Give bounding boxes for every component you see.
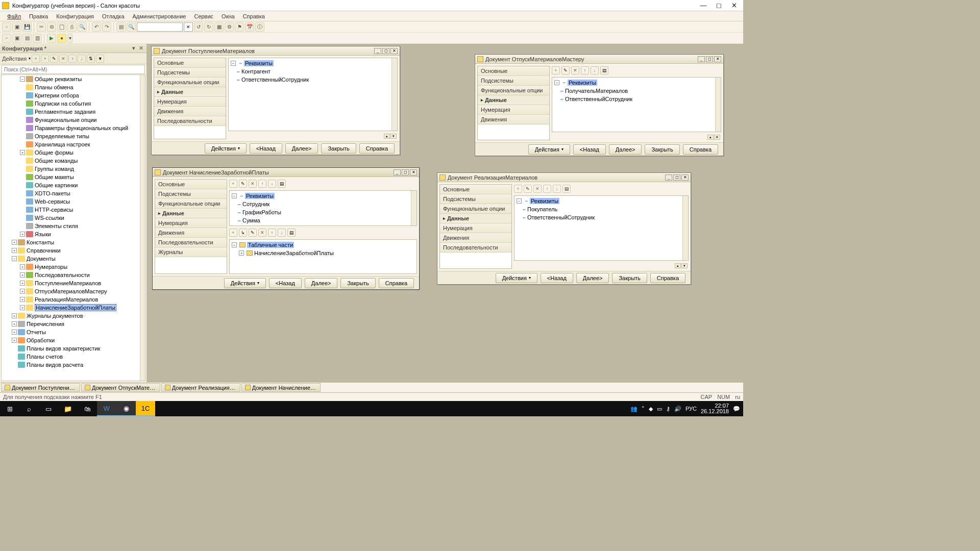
expand-icon[interactable]: +	[20, 305, 25, 310]
config-panel-close-icon[interactable]: ✕	[137, 45, 144, 52]
cat-item[interactable]: Данные	[154, 87, 226, 97]
ca-add2-icon[interactable]: +	[41, 55, 49, 63]
collapse-icon[interactable]: −	[232, 193, 237, 198]
tree-node[interactable]: +Перечисления	[2, 320, 145, 328]
tree-node[interactable]: +ОтпускМатериаловМастеру	[2, 287, 145, 295]
tabparts-tree[interactable]: −Табличные части +НачислениеЗаработнойПл…	[229, 239, 417, 274]
child-min-icon[interactable]: _	[698, 56, 705, 62]
explorer-icon[interactable]: 📁	[58, 401, 78, 416]
rtb2-down-icon[interactable]: ↓	[278, 229, 286, 237]
ca-down-icon[interactable]: ↓	[78, 55, 86, 63]
foot-next-button[interactable]: Далее>	[305, 278, 338, 288]
rtb-up-icon[interactable]: ↑	[543, 185, 551, 193]
foot-help-button[interactable]: Справка	[650, 273, 685, 283]
child-max-icon[interactable]: ◻	[673, 174, 680, 181]
cat-item[interactable]: Функциональные опции	[154, 78, 226, 87]
tree-node[interactable]: Планы обмена	[2, 83, 145, 91]
expand-icon[interactable]: +	[239, 251, 244, 256]
catlist[interactable]: ОсновныеПодсистемыФункциональные опцииДа…	[439, 184, 512, 269]
cat-item[interactable]: Данные	[440, 214, 511, 223]
expand-icon[interactable]: +	[12, 240, 17, 245]
minimize-button[interactable]: —	[699, 2, 707, 10]
child-min-icon[interactable]: _	[394, 169, 401, 176]
child-min-icon[interactable]: _	[374, 48, 381, 54]
attr-tree[interactable]: −━Реквизиты Покупатель ОтветственныйСотр…	[514, 195, 689, 261]
tree-node[interactable]: +Языки	[2, 230, 145, 238]
tree-node[interactable]: +ПоступлениеМатериалов	[2, 279, 145, 287]
tree-node[interactable]: XDTO-пакеты	[2, 189, 145, 197]
tb-cut-icon[interactable]: ✂	[37, 22, 46, 32]
tb2-c-icon[interactable]: ▤	[22, 34, 32, 43]
tree-node[interactable]: WS-ссылки	[2, 214, 145, 222]
scrollbar[interactable]	[715, 78, 721, 132]
foot-close-button[interactable]: Закрыть	[612, 273, 647, 283]
tabpart-item[interactable]: НачислениеЗаработнойПлаты	[254, 250, 334, 256]
attr-item[interactable]: Покупатель	[523, 206, 557, 212]
rtb-up-icon[interactable]: ↑	[258, 180, 266, 188]
tb-nav1-icon[interactable]: ↺	[194, 22, 203, 32]
rtb2-del-icon[interactable]: ✕	[258, 229, 266, 237]
tb-print-icon[interactable]: ⎙	[67, 22, 77, 32]
cat-item[interactable]: Последовательности	[440, 243, 511, 253]
dock-tab[interactable]: Документ РеализацияМ...	[161, 383, 240, 392]
child-close-icon[interactable]: ✕	[714, 56, 721, 62]
foot-actions-button[interactable]: Действия	[496, 273, 537, 283]
foot-back-button[interactable]: <Назад	[573, 144, 606, 155]
cat-item[interactable]: Основные	[155, 180, 227, 189]
bs-up-icon[interactable]: ▴	[384, 134, 390, 139]
tray-up-icon[interactable]: ˄	[642, 406, 645, 412]
tb-db-icon[interactable]: ▦	[214, 22, 224, 32]
bs-dd-icon[interactable]: ▾	[681, 263, 688, 268]
rtb-del-icon[interactable]: ✕	[533, 185, 542, 193]
cat-item[interactable]: Нумерация	[478, 105, 549, 115]
tree-node[interactable]: Подписки на события	[2, 99, 145, 108]
attr-item[interactable]: ОтветственныйСотрудник	[523, 214, 595, 220]
bs-up-icon[interactable]: ▴	[707, 135, 714, 140]
tb2-d-icon[interactable]: ▥	[33, 34, 42, 43]
tree-node[interactable]: Параметры функциональных опций	[2, 124, 145, 132]
rtb-down-icon[interactable]: ↓	[591, 66, 599, 74]
cat-item[interactable]: Функциональные опции	[155, 199, 227, 209]
rtb-add-icon[interactable]: +	[514, 185, 522, 193]
rtb-add-icon[interactable]: +	[552, 66, 560, 74]
tree-node[interactable]: Регламентные задания	[2, 108, 145, 116]
rtb-up-icon[interactable]: ↑	[581, 66, 589, 74]
rtb2-edit-icon[interactable]: ✎	[249, 229, 257, 237]
tree-node[interactable]: −Общие реквизиты	[2, 75, 145, 83]
cat-item[interactable]: Подсистемы	[440, 194, 511, 204]
tb2-dd-icon[interactable]: ▾	[67, 34, 72, 43]
foot-help-button[interactable]: Справка	[683, 144, 718, 155]
onec-icon[interactable]: 1C	[136, 401, 155, 416]
tb-calendar-icon[interactable]: 📅	[245, 22, 254, 32]
ca-sort-icon[interactable]: ⇅	[87, 55, 95, 63]
word-icon[interactable]: W	[97, 401, 116, 416]
scrollbar[interactable]	[411, 191, 416, 226]
tray-clock[interactable]: 22:0726.12.2018	[701, 403, 729, 414]
expand-icon[interactable]: +	[20, 281, 25, 286]
tb-help-icon[interactable]: ⓘ	[255, 22, 264, 32]
rtb-down-icon[interactable]: ↓	[553, 185, 561, 193]
tree-node[interactable]: HTTP-сервисы	[2, 206, 145, 214]
scrollbar[interactable]	[391, 58, 397, 131]
tb-find-icon[interactable]: 🔍	[78, 22, 87, 32]
attr-item[interactable]: ПолучательМатериалов	[560, 88, 628, 94]
rtb-del-icon[interactable]: ✕	[571, 66, 579, 74]
expand-icon[interactable]: +	[20, 272, 25, 278]
child-max-icon[interactable]: ◻	[706, 56, 713, 62]
rtb-down-icon[interactable]: ↓	[268, 180, 276, 188]
tb-new-icon[interactable]: ▫	[2, 22, 11, 32]
expand-icon[interactable]: +	[20, 232, 25, 237]
cat-item[interactable]: Движения	[154, 107, 226, 116]
foot-close-button[interactable]: Закрыть	[321, 143, 356, 154]
tb-zoom-icon[interactable]: 🔍	[127, 22, 136, 32]
rtb-add-icon[interactable]: +	[229, 180, 237, 188]
dock-tab[interactable]: Документ ОтпускМатер...	[81, 383, 160, 392]
cat-item[interactable]: Движения	[478, 115, 549, 124]
tb-search-clear-icon[interactable]: ✕	[184, 22, 193, 32]
ca-filter-icon[interactable]: ▼	[96, 55, 104, 63]
rtb-edit-icon[interactable]: ✎	[561, 66, 570, 74]
ca-up-icon[interactable]: ↑	[68, 55, 77, 63]
cat-item[interactable]: Подсистемы	[154, 68, 226, 78]
tb2-debug-icon[interactable]: ●	[57, 34, 66, 43]
attr-item[interactable]: ГрафикРаботы	[238, 209, 281, 215]
